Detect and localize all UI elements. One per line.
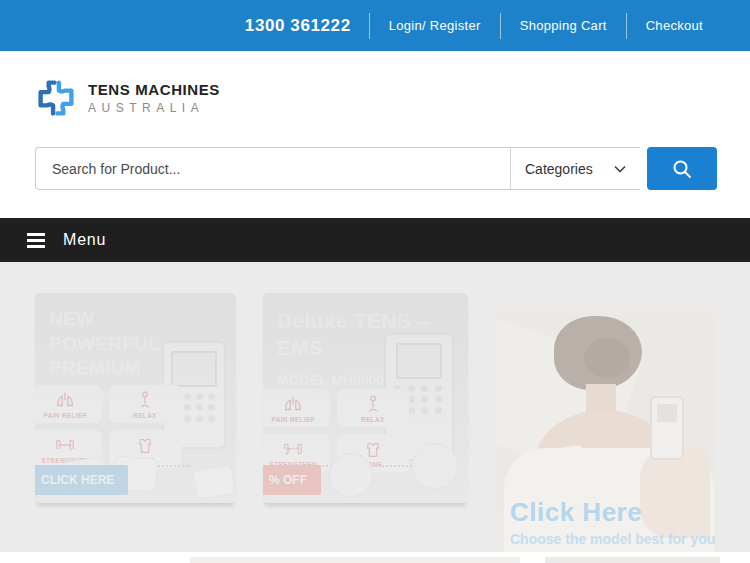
menu-bar: Menu — [0, 218, 750, 262]
menu-label[interactable]: Menu — [63, 231, 106, 249]
search-field: Categories — [35, 147, 640, 190]
page: 1300 361222 Login/ Register Shopping Car… — [0, 0, 750, 563]
site-header: TENS MACHINES AUSTRALIA Categories — [0, 51, 750, 218]
cta-caption: Choose the model best for you — [510, 531, 715, 547]
torso-icon — [134, 435, 156, 455]
banner-image: Deluxe TENS – EMS MODEL MH8000P Combo PA… — [263, 293, 468, 503]
search-button[interactable] — [647, 147, 717, 190]
main-content: NEW POWERFUL PREMIUM MODEL MH9001 TENS/E… — [0, 262, 750, 552]
feature-relax: RELAX — [337, 389, 410, 427]
divider — [369, 13, 370, 39]
logo-text: TENS MACHINES AUSTRALIA — [88, 81, 220, 115]
medical-cross-icon — [34, 73, 78, 123]
feature-pain-relief: PAIN RELIEF — [263, 389, 330, 427]
chevron-down-icon — [614, 165, 626, 173]
search-input[interactable] — [36, 148, 510, 189]
handheld-device-image — [650, 396, 684, 460]
divider — [500, 13, 501, 39]
logo-title: TENS MACHINES — [88, 81, 220, 98]
offer-row: OFFER CLICK HERE — [35, 447, 128, 495]
logo[interactable]: TENS MACHINES AUSTRALIA — [34, 73, 220, 123]
next-section-preview — [0, 552, 750, 563]
categories-dropdown[interactable]: Categories — [510, 148, 640, 189]
feature-pain-relief: PAIN RELIEF — [35, 385, 102, 423]
percent-off-button[interactable]: % OFF — [263, 465, 321, 495]
hamburger-icon[interactable] — [27, 233, 45, 248]
person-icon — [362, 394, 384, 414]
sale-label: SALE — [263, 447, 321, 461]
login-register-link[interactable]: Login/ Register — [372, 18, 498, 33]
search-bar: Categories — [35, 147, 717, 190]
sale-row: SALE % OFF — [263, 447, 321, 495]
checkout-link[interactable]: Checkout — [629, 18, 720, 33]
topbar: 1300 361222 Login/ Register Shopping Car… — [0, 0, 750, 51]
click-here-button[interactable]: CLICK HERE — [35, 465, 128, 495]
lungs-icon — [282, 394, 304, 414]
divider — [626, 13, 627, 39]
search-icon — [671, 158, 693, 180]
banner-premium-tens[interactable]: NEW POWERFUL PREMIUM MODEL MH9001 TENS/E… — [35, 293, 236, 503]
logo-subtitle: AUSTRALIA — [88, 101, 220, 115]
shopping-cart-link[interactable]: Shopping Cart — [503, 18, 624, 33]
phone-number[interactable]: 1300 361222 — [245, 16, 351, 36]
banner-cta: Click Here Choose the model best for you — [510, 497, 715, 547]
banner-deluxe-tens-ems[interactable]: Deluxe TENS – EMS MODEL MH8000P Combo PA… — [263, 293, 468, 503]
categories-label: Categories — [525, 161, 593, 177]
feature-relax: RELAX — [109, 385, 182, 423]
offer-label: OFFER — [35, 447, 128, 461]
banner-choose-model[interactable]: Click Here Choose the model best for you — [496, 298, 718, 553]
lungs-icon — [54, 390, 76, 410]
person-icon — [134, 390, 156, 410]
banner-image: NEW POWERFUL PREMIUM MODEL MH9001 TENS/E… — [35, 293, 236, 503]
click-here-link[interactable]: Click Here — [510, 497, 715, 528]
